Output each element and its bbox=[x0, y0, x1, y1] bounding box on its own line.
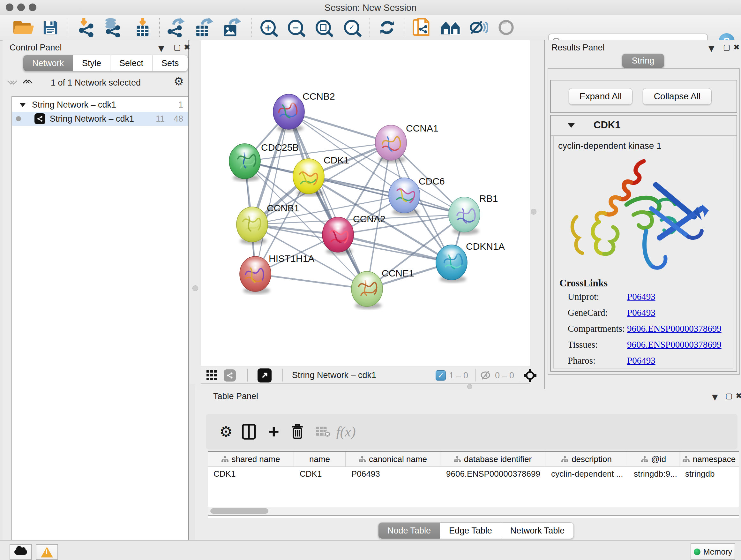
zoom-out-button[interactable]: − bbox=[282, 17, 309, 38]
graph-edge-ccnb2-hist1h1a[interactable] bbox=[255, 112, 289, 274]
tab-edge-table[interactable]: Edge Table bbox=[440, 523, 501, 539]
memory-status-icon bbox=[694, 549, 700, 555]
network-node-count: 11 bbox=[156, 114, 165, 124]
tab-select[interactable]: Select bbox=[110, 55, 152, 71]
tab-string[interactable]: String bbox=[622, 54, 664, 68]
network-collection-row[interactable]: String Network – cdk1 1 bbox=[12, 98, 188, 112]
fit-content-button[interactable] bbox=[258, 368, 272, 382]
import-table-button[interactable] bbox=[129, 17, 156, 38]
expand-all-button[interactable]: Expand All bbox=[569, 88, 632, 105]
network-label: String Network – cdk1 bbox=[50, 114, 134, 124]
network-graph[interactable]: CCNB2CCNA1CDC25BCDK1CDC6RB1CCNB1CCNA2CDK… bbox=[201, 42, 530, 365]
graph-node-CCNA1[interactable] bbox=[375, 125, 407, 163]
column-header-shared-name[interactable]: shared name bbox=[208, 452, 294, 466]
column-header-database-identifier[interactable]: database identifier bbox=[441, 452, 545, 466]
crosslink-link[interactable]: P06493 bbox=[627, 292, 656, 302]
graph-node-CDC6[interactable] bbox=[389, 178, 420, 215]
graph-node-CCNE1[interactable] bbox=[351, 271, 383, 309]
column-header-canonical-name[interactable]: canonical name bbox=[346, 452, 441, 466]
import-network-file-button[interactable] bbox=[73, 17, 99, 38]
warnings-button[interactable] bbox=[36, 544, 58, 560]
table-gear-icon[interactable]: ⚙ bbox=[215, 414, 237, 449]
tab-network-table[interactable]: Network Table bbox=[501, 523, 574, 539]
panel-float-icon[interactable]: ▼ bbox=[709, 44, 714, 53]
cell-description[interactable]: cyclin-dependent ... bbox=[545, 467, 628, 481]
horizontal-splitter-handle[interactable] bbox=[467, 384, 472, 389]
graph-node-CCNB2[interactable] bbox=[273, 94, 305, 132]
column-header-description[interactable]: description bbox=[545, 452, 628, 466]
cell-canonical-name[interactable]: P06493 bbox=[346, 467, 441, 481]
crosslink-link[interactable]: 9606.ENSP00000378699 bbox=[627, 323, 722, 334]
tab-sets[interactable]: Sets bbox=[152, 55, 188, 71]
panel-maximize-icon[interactable]: ▢ bbox=[174, 43, 181, 52]
crosslink-label: Uniprot: bbox=[568, 292, 627, 302]
show-eye-button[interactable] bbox=[493, 17, 520, 38]
memory-button[interactable]: Memory bbox=[690, 543, 735, 560]
hide-glasses-button[interactable] bbox=[465, 17, 492, 38]
clone-network-button[interactable] bbox=[409, 17, 435, 38]
panel-float-icon[interactable]: ▼ bbox=[158, 44, 164, 53]
table-row[interactable]: CDK1CDK1P064939606.ENSP00000378699cyclin… bbox=[208, 467, 739, 481]
crosslink-link[interactable]: P06493 bbox=[627, 307, 656, 318]
panel-close-icon[interactable]: ✖ bbox=[733, 43, 740, 52]
tab-network[interactable]: Network bbox=[23, 55, 73, 71]
selected-checkbox-icon[interactable]: ✓ bbox=[435, 370, 446, 381]
save-session-button[interactable] bbox=[37, 17, 64, 38]
graph-node-CCNB1[interactable] bbox=[237, 207, 268, 245]
column-header-namespace[interactable]: namespace bbox=[679, 452, 739, 466]
table-delete-icon[interactable] bbox=[286, 414, 309, 449]
panel-maximize-icon[interactable]: ▢ bbox=[725, 391, 733, 400]
crosshair-icon[interactable] bbox=[524, 369, 536, 382]
table-columns-icon[interactable] bbox=[238, 414, 260, 449]
crosslink-link[interactable]: P06493 bbox=[627, 355, 656, 366]
graph-node-label-CDC6: CDC6 bbox=[419, 176, 445, 186]
graph-node-CDC25B[interactable] bbox=[229, 144, 260, 181]
home-button[interactable] bbox=[437, 17, 464, 38]
cell-namespace[interactable]: stringdb bbox=[679, 467, 739, 481]
grid-view-icon[interactable] bbox=[206, 370, 217, 381]
cloud-status-button[interactable] bbox=[10, 544, 32, 560]
network-options-gear-icon[interactable]: ⚙ bbox=[174, 75, 184, 88]
cell-name[interactable]: CDK1 bbox=[294, 467, 346, 481]
table-add-icon[interactable]: + bbox=[263, 414, 285, 449]
tab-style[interactable]: Style bbox=[73, 55, 110, 71]
graph-node-CDKN1A[interactable] bbox=[436, 245, 467, 283]
scrollbar-thumb[interactable] bbox=[210, 508, 268, 514]
collapse-all-button[interactable]: Collapse All bbox=[643, 88, 712, 105]
graph-node-HIST1H1A[interactable] bbox=[240, 256, 271, 294]
graph-edge-hist1h1a-ccne1[interactable] bbox=[255, 274, 367, 289]
section-description: cyclin-dependent kinase 1 bbox=[558, 141, 662, 151]
section-collapse-icon[interactable] bbox=[567, 123, 575, 128]
collection-collapse-icon[interactable] bbox=[19, 102, 26, 107]
zoom-fit-button[interactable] bbox=[310, 17, 337, 38]
zoom-in-button[interactable]: + bbox=[255, 17, 281, 38]
panel-float-icon[interactable]: ▼ bbox=[712, 393, 718, 401]
column-header-@id[interactable]: @id bbox=[628, 452, 679, 466]
zoom-selected-button[interactable]: ✓ bbox=[338, 17, 365, 38]
graph-node-RB1[interactable] bbox=[449, 197, 480, 235]
right-splitter-handle[interactable] bbox=[531, 209, 536, 214]
cell-shared-name[interactable]: CDK1 bbox=[208, 467, 294, 481]
refresh-button[interactable] bbox=[374, 17, 401, 38]
left-splitter[interactable] bbox=[190, 40, 201, 384]
import-network-database-button[interactable] bbox=[99, 17, 126, 38]
panel-maximize-icon[interactable]: ▢ bbox=[723, 43, 731, 52]
share-view-icon[interactable] bbox=[224, 369, 236, 381]
graph-node-CCNA2[interactable] bbox=[322, 217, 354, 255]
network-row-selected[interactable]: String Network – cdk1 11 48 bbox=[12, 112, 188, 126]
open-session-button[interactable] bbox=[9, 17, 36, 38]
panel-close-icon[interactable]: ✖ bbox=[736, 391, 741, 400]
column-header-name[interactable]: name bbox=[294, 452, 346, 466]
cell-@id[interactable]: stringdb:9... bbox=[628, 467, 679, 481]
graph-node-CDK1[interactable] bbox=[293, 159, 324, 196]
table-horizontal-scrollbar[interactable] bbox=[208, 507, 739, 515]
tab-node-table[interactable]: Node Table bbox=[379, 523, 440, 539]
right-splitter[interactable] bbox=[530, 40, 544, 389]
crosslink-link[interactable]: 9606.ENSP00000378699 bbox=[627, 339, 722, 350]
cell-database-identifier[interactable]: 9606.ENSP00000378699 bbox=[441, 467, 545, 481]
left-splitter-handle[interactable] bbox=[192, 286, 198, 291]
export-image-button[interactable] bbox=[218, 17, 245, 38]
network-canvas[interactable]: CCNB2CCNA1CDC25BCDK1CDC6RB1CCNB1CCNA2CDK… bbox=[201, 40, 530, 367]
export-network-button[interactable] bbox=[162, 17, 189, 38]
export-table-button[interactable] bbox=[190, 17, 217, 38]
